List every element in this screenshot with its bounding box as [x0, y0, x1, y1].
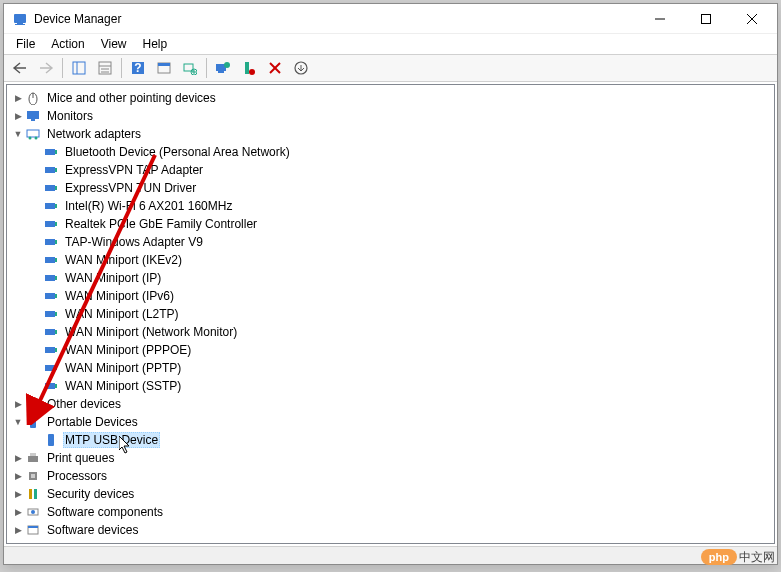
tree-category-printq[interactable]: ▶ Print queues: [7, 449, 774, 467]
tree-label: WAN Miniport (PPTP): [63, 361, 183, 375]
svg-rect-60: [45, 383, 55, 389]
maximize-button[interactable]: [683, 4, 729, 34]
svg-rect-64: [30, 416, 36, 428]
svg-rect-75: [28, 526, 38, 528]
tree-item[interactable]: WAN Miniport (IKEv2): [7, 251, 774, 269]
properties-button[interactable]: [93, 56, 117, 80]
svg-rect-40: [45, 203, 55, 209]
tree-item[interactable]: WAN Miniport (IP): [7, 269, 774, 287]
chevron-down-icon[interactable]: ▼: [11, 415, 25, 429]
tree-label: Software devices: [45, 523, 140, 537]
tree-item[interactable]: Realtek PCIe GbE Family Controller: [7, 215, 774, 233]
software-icon: [25, 522, 41, 538]
tree-category-monitors[interactable]: ▶ Monitors: [7, 107, 774, 125]
minimize-button[interactable]: [637, 4, 683, 34]
close-button[interactable]: [729, 4, 775, 34]
tree-label: WAN Miniport (L2TP): [63, 307, 181, 321]
svg-rect-39: [55, 186, 57, 190]
chevron-right-icon[interactable]: ▶: [11, 91, 25, 105]
adapter-icon: [43, 324, 59, 340]
chevron-right-icon[interactable]: ▶: [11, 541, 25, 544]
adapter-icon: [43, 234, 59, 250]
adapter-icon: [43, 270, 59, 286]
mouse-icon: [25, 90, 41, 106]
tree-item[interactable]: WAN Miniport (L2TP): [7, 305, 774, 323]
enable-device-button[interactable]: [289, 56, 313, 80]
tree-label: Processors: [45, 469, 109, 483]
tree-item[interactable]: WAN Miniport (PPTP): [7, 359, 774, 377]
tree-category-processors[interactable]: ▶ Processors: [7, 467, 774, 485]
tree-item[interactable]: Intel(R) Wi-Fi 6 AX201 160MHz: [7, 197, 774, 215]
portable-icon: [43, 432, 59, 448]
svg-rect-20: [218, 71, 224, 73]
security-icon: [25, 486, 41, 502]
svg-rect-56: [45, 347, 55, 353]
svg-rect-66: [28, 456, 38, 462]
tree-label: ExpressVPN TAP Adapter: [63, 163, 205, 177]
svg-point-21: [224, 62, 230, 68]
chevron-right-icon[interactable]: ▶: [11, 523, 25, 537]
svg-rect-69: [31, 474, 35, 478]
forward-button[interactable]: [34, 56, 58, 80]
unknown-icon: ?: [25, 396, 41, 412]
adapter-icon: [43, 342, 59, 358]
uninstall-device-button[interactable]: [237, 56, 261, 80]
svg-rect-1: [17, 23, 23, 24]
chevron-right-icon[interactable]: ▶: [11, 505, 25, 519]
menu-help[interactable]: Help: [135, 35, 176, 53]
disable-device-button[interactable]: [263, 56, 287, 80]
adapter-icon: [43, 252, 59, 268]
printer-icon: [25, 450, 41, 466]
tree-category-mice[interactable]: ▶ Mice and other pointing devices: [7, 89, 774, 107]
tree-item[interactable]: WAN Miniport (PPPOE): [7, 341, 774, 359]
help-button[interactable]: ?: [126, 56, 150, 80]
tree-category-sound[interactable]: ▶ Sound, video and game controllers: [7, 539, 774, 544]
chevron-right-icon[interactable]: ▶: [11, 469, 25, 483]
tree-category-swcomp[interactable]: ▶ Software components: [7, 503, 774, 521]
menu-file[interactable]: File: [8, 35, 43, 53]
tree-label: WAN Miniport (Network Monitor): [63, 325, 239, 339]
svg-rect-42: [45, 221, 55, 227]
device-manager-window: Device Manager File Action View Help ? ▶: [3, 3, 778, 565]
chevron-right-icon[interactable]: ▶: [11, 109, 25, 123]
svg-text:?: ?: [134, 61, 141, 75]
tree-item[interactable]: ExpressVPN TUN Driver: [7, 179, 774, 197]
tree-item-mtp-usb[interactable]: MTP USB Device: [7, 431, 774, 449]
chevron-right-icon[interactable]: ▶: [11, 487, 25, 501]
svg-rect-59: [55, 366, 57, 370]
svg-rect-38: [45, 185, 55, 191]
menu-action[interactable]: Action: [43, 35, 92, 53]
tree-category-network[interactable]: ▼ Network adapters: [7, 125, 774, 143]
tree-item[interactable]: WAN Miniport (IPv6): [7, 287, 774, 305]
menubar: File Action View Help: [4, 34, 777, 54]
tree-category-swdev[interactable]: ▶ Software devices: [7, 521, 774, 539]
action-button[interactable]: [152, 56, 176, 80]
svg-rect-22: [245, 62, 249, 74]
svg-rect-67: [30, 453, 36, 456]
scan-button[interactable]: [178, 56, 202, 80]
update-driver-button[interactable]: [211, 56, 235, 80]
tree-category-security[interactable]: ▶ Security devices: [7, 485, 774, 503]
back-button[interactable]: [8, 56, 32, 80]
tree-item[interactable]: WAN Miniport (Network Monitor): [7, 323, 774, 341]
tree-label: TAP-Windows Adapter V9: [63, 235, 205, 249]
tree-item[interactable]: ExpressVPN TAP Adapter: [7, 161, 774, 179]
svg-point-32: [29, 137, 32, 140]
chevron-right-icon[interactable]: ▶: [11, 397, 25, 411]
svg-rect-52: [45, 311, 55, 317]
tree-item[interactable]: WAN Miniport (SSTP): [7, 377, 774, 395]
tree-category-other[interactable]: ▶ ? Other devices: [7, 395, 774, 413]
tree-category-portable[interactable]: ▼ Portable Devices: [7, 413, 774, 431]
chevron-right-icon[interactable]: ▶: [11, 451, 25, 465]
tree-label: Sound, video and game controllers: [45, 541, 234, 544]
show-hide-tree-button[interactable]: [67, 56, 91, 80]
svg-rect-4: [702, 14, 711, 23]
svg-rect-16: [158, 63, 170, 66]
svg-rect-47: [55, 258, 57, 262]
menu-view[interactable]: View: [93, 35, 135, 53]
tree-item[interactable]: TAP-Windows Adapter V9: [7, 233, 774, 251]
chevron-down-icon[interactable]: ▼: [11, 127, 25, 141]
tree-item[interactable]: Bluetooth Device (Personal Area Network): [7, 143, 774, 161]
tree-panel[interactable]: ▶ Mice and other pointing devices ▶ Moni…: [6, 84, 775, 544]
svg-rect-30: [31, 119, 35, 121]
